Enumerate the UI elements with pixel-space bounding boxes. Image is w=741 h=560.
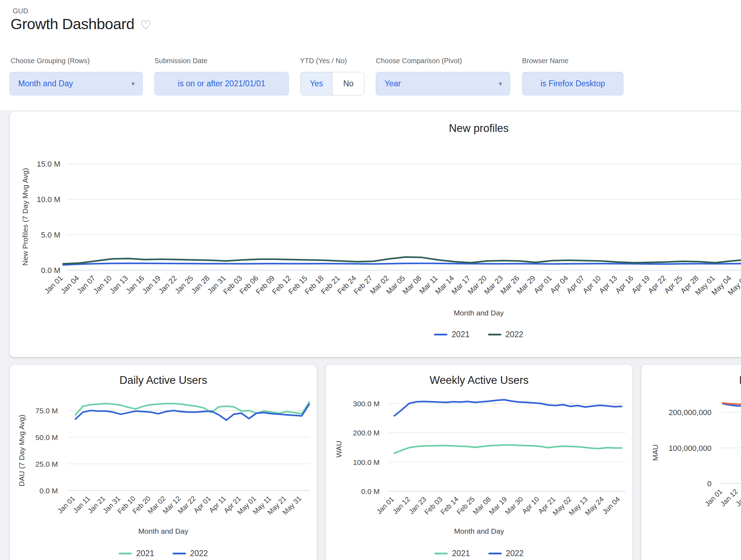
x-tick-label: Jan 16 bbox=[124, 274, 146, 295]
x-tick-label: Jan 13 bbox=[108, 274, 129, 295]
ytd-toggle-yes[interactable]: Yes bbox=[301, 72, 333, 95]
legend-swatch bbox=[173, 553, 186, 554]
y-axis-title: WAU bbox=[335, 441, 343, 458]
submission-date-filter[interactable]: is on or after 2021/01/01 bbox=[154, 72, 289, 95]
growth-dashboard-page: { "header": { "breadcrumb": "GUD", "titl… bbox=[0, 0, 741, 560]
filter-label-browser: Browser Name bbox=[522, 57, 568, 65]
gridlines-and-y-ticks: 200,000,000100,000,0000 bbox=[669, 408, 741, 488]
y-axis-title: MAU bbox=[651, 445, 660, 461]
x-tick-label: Apr 19 bbox=[630, 274, 651, 295]
x-axis-title: Month and Day bbox=[326, 527, 633, 535]
filter-label-submission-date: Submission Date bbox=[154, 57, 207, 65]
x-tick-labels: Jan 01Jan 12Jan 23 bbox=[703, 487, 741, 508]
breadcrumb[interactable]: GUD bbox=[13, 7, 28, 15]
browser-name-filter[interactable]: is Firefox Desktop bbox=[522, 72, 623, 95]
new-profiles-card: New profiles 15.0 M10.0 M5.0 M0.0 MJan 0… bbox=[10, 112, 741, 357]
x-tick-label: Jan 04 bbox=[59, 274, 80, 295]
x-axis-title: Month and Day bbox=[10, 527, 317, 535]
favorite-heart-icon[interactable]: ♡ bbox=[140, 19, 151, 32]
legend-item-2022[interactable]: 2022 bbox=[488, 549, 524, 558]
legend: 2021 2022 bbox=[10, 549, 317, 558]
x-tick-label: Feb 14 bbox=[439, 495, 460, 516]
x-tick-label: Apr 04 bbox=[548, 274, 569, 295]
legend-item-2022[interactable]: 2022 bbox=[488, 330, 523, 339]
x-tick-label: Mar 08 bbox=[401, 274, 423, 296]
x-tick-labels: Jan 01Jan 04Jan 07Jan 10Jan 13Jan 16Jan … bbox=[43, 274, 741, 296]
comparison-dropdown-value: Year bbox=[385, 79, 401, 88]
x-tick-label: Apr 01 bbox=[192, 494, 212, 514]
x-tick-labels: Jan 01Jan 12Jan 23Feb 03Feb 14Feb 25Mar … bbox=[375, 495, 621, 517]
new-profiles-plot: 15.0 M10.0 M5.0 M0.0 MJan 01Jan 04Jan 07… bbox=[10, 112, 741, 315]
legend-swatch bbox=[119, 553, 132, 554]
legend-item-2021[interactable]: 2021 bbox=[434, 330, 469, 339]
y-tick-label: 100.0 M bbox=[353, 458, 380, 466]
legend-item-2022[interactable]: 2022 bbox=[173, 549, 208, 558]
page-title: Growth Dashboard bbox=[11, 15, 134, 33]
x-tick-labels: Jan 01Jan 11Jan 21Jan 31Feb 10Feb 20Mar … bbox=[56, 494, 303, 516]
gridlines-and-y-ticks: 75.0 M50.0 M25.0 M0.0 M bbox=[35, 407, 310, 495]
caret-down-icon: ▾ bbox=[499, 80, 502, 88]
x-tick-label: Apr 10 bbox=[521, 495, 541, 515]
caret-down-icon: ▾ bbox=[131, 80, 135, 88]
wau-card: Weekly Active Users 300.0 M200.0 M100.0 … bbox=[326, 365, 633, 560]
x-tick-label: Feb 25 bbox=[455, 495, 476, 516]
x-tick-label: Jan 12 bbox=[719, 487, 739, 508]
x-tick-label: Mar 29 bbox=[515, 274, 537, 296]
ytd-toggle: Yes No bbox=[300, 72, 365, 95]
x-tick-label: Jan 10 bbox=[92, 274, 113, 295]
gridlines-and-y-ticks: 15.0 M10.0 M5.0 M0.0 M bbox=[37, 160, 741, 275]
x-tick-label: Jan 25 bbox=[173, 274, 195, 295]
legend-item-2021[interactable]: 2021 bbox=[434, 549, 470, 558]
x-tick-label: Apr 07 bbox=[565, 274, 586, 295]
y-tick-label: 100,000,000 bbox=[669, 444, 712, 453]
comparison-dropdown[interactable]: Year ▾ bbox=[376, 72, 510, 95]
browser-name-value: is Firefox Desktop bbox=[540, 79, 605, 88]
grouping-dropdown-value: Month and Day bbox=[18, 79, 73, 88]
y-tick-label: 10.0 M bbox=[37, 195, 60, 204]
x-axis-title: Month and Day bbox=[10, 309, 741, 317]
x-tick-label: Mar 30 bbox=[503, 495, 525, 516]
legend-swatch bbox=[434, 553, 448, 554]
filter-label-ytd: YTD (Yes / No) bbox=[300, 57, 347, 65]
x-tick-label: Apr 13 bbox=[598, 274, 619, 295]
series-line-2021 bbox=[63, 264, 741, 265]
x-tick-label: Jan 07 bbox=[75, 274, 97, 295]
mau-card: Monthly Active Users 200,000,000100,000,… bbox=[641, 365, 741, 560]
x-tick-label: Jan 01 bbox=[43, 274, 64, 295]
y-tick-label: 15.0 M bbox=[37, 160, 60, 168]
filter-label-comparison: Choose Comparison (Pivot) bbox=[376, 57, 462, 65]
y-tick-label: 200,000,000 bbox=[669, 408, 712, 417]
submission-date-value: is on or after 2021/01/01 bbox=[178, 79, 265, 88]
series-line-2022 bbox=[394, 400, 622, 416]
y-tick-label: 0.0 M bbox=[41, 266, 60, 275]
grouping-dropdown[interactable]: Month and Day ▾ bbox=[9, 72, 143, 95]
legend-swatch bbox=[488, 334, 501, 335]
ytd-toggle-no[interactable]: No bbox=[333, 72, 364, 95]
x-tick-label: Feb 03 bbox=[423, 495, 444, 516]
filter-label-grouping: Choose Grouping (Rows) bbox=[11, 57, 90, 65]
x-tick-label: Apr 16 bbox=[614, 274, 635, 295]
legend-swatch bbox=[434, 334, 447, 335]
legend: 2021 2022 bbox=[10, 330, 741, 339]
x-tick-label: Jan 01 bbox=[703, 487, 724, 508]
y-axis-title: New Profiles (7 Day Mvg Avg) bbox=[21, 168, 29, 266]
y-tick-label: 50.0 M bbox=[35, 433, 58, 441]
y-tick-label: 0 bbox=[707, 479, 712, 488]
legend-item-2021[interactable]: 2021 bbox=[119, 549, 154, 558]
x-tick-label: Jan 01 bbox=[56, 494, 76, 515]
dau-plot: 75.0 M50.0 M25.0 M0.0 MJan 01Jan 11Jan 2… bbox=[10, 365, 317, 526]
y-tick-label: 0.0 M bbox=[39, 487, 58, 495]
y-tick-label: 200.0 M bbox=[353, 429, 380, 437]
legend: 2022 2021 bbox=[641, 549, 741, 558]
y-tick-label: 300.0 M bbox=[353, 400, 380, 408]
x-tick-label: Jan 01 bbox=[375, 495, 395, 515]
x-tick-label: Jan 12 bbox=[391, 495, 412, 515]
x-tick-label: Jan 19 bbox=[141, 274, 162, 295]
x-tick-label: Apr 10 bbox=[581, 274, 602, 295]
series-line-2021 bbox=[394, 445, 622, 453]
legend: 2021 2022 bbox=[326, 549, 633, 558]
x-tick-label: Jan 22 bbox=[157, 274, 178, 295]
x-tick-label: Jun 04 bbox=[601, 495, 621, 515]
y-tick-label: 75.0 M bbox=[35, 407, 58, 415]
y-tick-label: 0.0 M bbox=[361, 487, 380, 495]
